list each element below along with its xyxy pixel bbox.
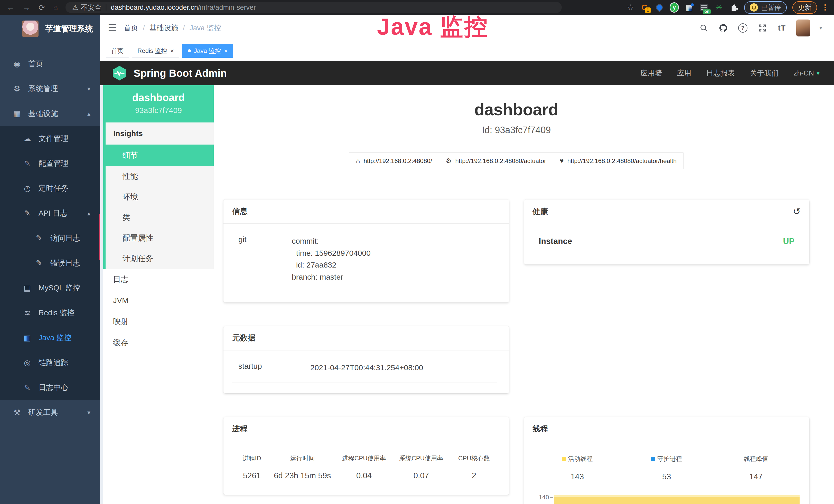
extension-grid-icon[interactable]: ▦ [684,3,694,12]
process-col-header: 运行时间 [269,454,335,462]
live-threads-value: 143 [533,472,622,481]
sba-nav-about[interactable]: 关于我们 [750,68,779,78]
sba-nav-applications[interactable]: 应用 [677,68,692,78]
edit-icon: ✎ [22,159,33,168]
extension-colorzilla-icon[interactable]: C1 [640,3,649,12]
health-instance-row: Instance UP [533,235,797,254]
sba-item-mappings[interactable]: 映射 [103,311,214,332]
sidebar-item-infrastructure[interactable]: ▦ 基础设施 ▴ [0,101,100,126]
sidebar-item-file-mgmt[interactable]: ☁ 文件管理 [0,126,100,151]
instance-links: ⌂ http://192.168.0.2:48080/ ⚙ http://192… [223,153,809,169]
breadcrumb: 首页 / 基础设施 / Java 监控 [124,23,221,33]
app-logo-row[interactable]: 芋道管理系统 [0,15,100,42]
browser-home-icon[interactable]: ⌂ [53,3,58,12]
extension-sprout-icon[interactable]: ✳ [714,3,724,12]
sba-item-classes[interactable]: 类 [106,207,214,228]
database-icon: ▤ [22,283,33,293]
font-size-icon[interactable]: tT [777,23,787,33]
search-icon[interactable] [699,23,709,33]
extension-pin-icon[interactable] [655,3,664,12]
fullscreen-icon[interactable] [757,23,767,33]
sba-nav-wallboard[interactable]: 应用墙 [641,68,662,78]
tab-java-monitor[interactable]: Java 监控 × [182,44,233,58]
close-icon[interactable]: × [170,48,174,54]
sidebar-toggle-icon[interactable]: ☰ [108,22,117,33]
history-icon[interactable]: ↺ [793,206,800,217]
sidebar-item-dev-tools[interactable]: ⚒ 研发工具 ▾ [0,400,100,425]
sba-instance-block[interactable]: dashboard 93a3fc7f7409 [103,85,214,122]
info-key: git [238,235,292,283]
sidebar-item-system-mgmt[interactable]: ⚙ 系统管理 ▾ [0,76,100,101]
page-instance-id: Id: 93a3fc7f7409 [223,125,809,136]
browser-menu-icon[interactable]: ⋮ [821,3,829,12]
extension-list-icon[interactable]: on [699,3,709,12]
y-tick: 140 [539,494,549,501]
update-button[interactable]: 更新 [792,1,817,14]
screen: ← → ⟳ ⌂ ⚠ 不安全 dashboard.yudao.iocoder.cn… [0,0,834,504]
paused-pill[interactable]: 已暂停 [744,1,787,14]
log-edit-icon: ✎ [34,258,45,268]
extensions-puzzle-icon[interactable] [729,3,739,12]
sidebar-item-config-mgmt[interactable]: ✎ 配置管理 [0,151,100,176]
forward-icon[interactable]: → [23,3,30,12]
health-url-button[interactable]: ♥ http://192.168.0.2:48080/actuator/heal… [553,153,683,169]
sba-app-name: dashboard [103,92,214,104]
sba-item-scheduled-tasks[interactable]: 计划任务 [106,248,214,269]
breadcrumb-section[interactable]: 基础设施 [150,23,178,33]
sba-item-metrics[interactable]: 性能 [106,166,214,187]
reload-icon[interactable]: ⟳ [39,3,45,12]
threads-stats: 活动线程 守护进程 线程峰值 143 53 [533,453,801,481]
cloud-upload-icon: ☁ [22,134,33,143]
smiley-emoji-icon [750,3,758,12]
actuator-url-button[interactable]: ⚙ http://192.168.0.2:48080/actuator [439,153,553,169]
sidebar-item-access-logs[interactable]: ✎ 访问日志 [0,226,100,251]
home-dashboard-icon: ◉ [11,59,23,68]
sidebar-item-java-monitor[interactable]: ▥ Java 监控 [0,325,100,350]
sidebar-item-redis-monitor[interactable]: ≋ Redis 监控 [0,300,100,325]
sidebar-item-log-center[interactable]: ✎ 日志中心 [0,375,100,400]
sba-item-config-props[interactable]: 配置属性 [106,228,214,248]
sidebar-item-tracing[interactable]: ◎ 链路追踪 [0,350,100,375]
close-icon[interactable]: × [224,48,227,54]
extension-y-icon[interactable]: y [670,3,679,12]
sidebar-item-scheduled-jobs[interactable]: ◷ 定时任务 [0,176,100,201]
tab-redis-monitor[interactable]: Redis 监控 × [132,44,179,58]
process-col-header: 进程CPU使用率 [335,454,393,462]
sba-item-details[interactable]: 细节 [106,144,214,166]
chevron-up-icon: ▴ [87,210,90,217]
sidebar-item-error-logs[interactable]: ✎ 错误日志 [0,251,100,275]
user-avatar[interactable] [796,20,810,37]
sidebar-item-home[interactable]: ◉ 首页 [0,51,100,76]
sba-app-id: 93a3fc7f7409 [103,106,214,115]
app-logo-image [22,21,39,37]
service-url-button[interactable]: ⌂ http://192.168.0.2:48080/ [349,153,439,169]
sba-item-environment[interactable]: 环境 [106,187,214,207]
sba-item-logs[interactable]: 日志 [103,269,214,290]
sba-body: dashboard 93a3fc7f7409 Insights 细节 性能 环境… [100,85,834,504]
sba-brand[interactable]: Spring Boot Admin [111,65,227,81]
back-icon[interactable]: ← [7,3,14,12]
sba-language-selector[interactable]: zh-CN ▾ [794,69,820,77]
sba-item-caches[interactable]: 缓存 [103,332,214,353]
process-col-header: 进程ID [234,454,269,462]
bookmark-star-icon[interactable]: ☆ [627,3,634,12]
avatar-caret-icon[interactable]: ▾ [819,25,822,31]
log-edit-icon: ✎ [22,209,33,218]
help-icon[interactable]: ? [738,23,748,33]
sba-item-jvm[interactable]: JVM [103,290,214,311]
active-tab-dot [188,49,191,52]
browser-toolbar-right: ☆ C1 y ▦ on ✳ 已暂停 更新 ⋮ [627,1,834,14]
sidebar-item-mysql-monitor[interactable]: ▤ MySQL 监控 [0,275,100,300]
tags-view-bar: 首页 Redis 监控 × Java 监控 × [100,41,834,61]
legend-peak-threads: 线程峰值 [711,455,800,463]
sba-nav-journal[interactable]: 日志报表 [706,68,735,78]
sidebar-item-api-logs[interactable]: ✎ API 日志 ▴ [0,201,100,226]
wrench-icon: ⚙ [446,157,452,165]
threads-chart-y-axis: 140 120 100 [533,492,553,504]
github-icon[interactable] [718,23,728,33]
process-cpu-usage: 0.04 [335,471,393,480]
app-sidebar: 芋道管理系统 ◉ 首页 ⚙ 系统管理 ▾ ▦ 基础设施 ▴ ☁ 文件管理 [0,15,100,504]
breadcrumb-home[interactable]: 首页 [124,23,138,33]
tab-home[interactable]: 首页 [106,44,129,58]
info-card: 信息 git commit: time: 1596289704000 id: 2… [223,200,509,302]
